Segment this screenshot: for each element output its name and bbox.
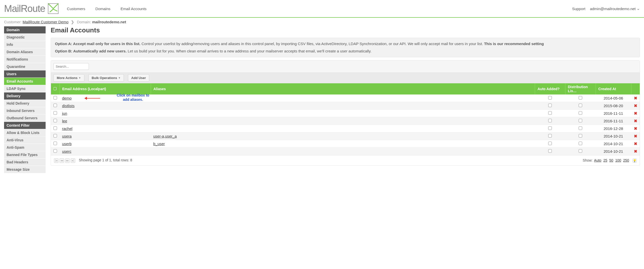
page-size-option[interactable]: 25 [603, 158, 608, 162]
row-checkbox[interactable] [53, 126, 57, 130]
search-input[interactable] [53, 63, 89, 70]
sidebar-item-allow-block-lists[interactable]: Allow & Block Lists [4, 129, 46, 137]
auto-added-checkbox[interactable] [548, 134, 552, 138]
main-content: Email Accounts Option A: Accept mail onl… [51, 26, 640, 166]
row-checkbox[interactable] [53, 134, 57, 138]
sidebar-item-inbound-servers[interactable]: Inbound Servers [4, 107, 46, 114]
row-checkbox[interactable] [53, 149, 57, 153]
distribution-checkbox[interactable] [579, 96, 582, 100]
email-link[interactable]: usera [62, 134, 72, 138]
delete-icon[interactable]: ✖ [634, 149, 637, 153]
logo-envelope-icon [47, 3, 59, 15]
row-checkbox[interactable] [53, 119, 57, 122]
bulk-operations-button[interactable]: Bulk Operations ▼ [88, 74, 124, 82]
pager-next-icon[interactable]: ▸▸ [65, 158, 70, 163]
row-checkbox[interactable] [53, 111, 57, 115]
action-bar: More Actions ▼ Bulk Operations ▼ Add Use… [51, 73, 640, 83]
checkbox-all-icon[interactable] [53, 87, 56, 90]
col-select[interactable] [51, 83, 60, 94]
sidebar-item-quarantine[interactable]: Quarantine [4, 63, 46, 70]
distribution-checkbox[interactable] [579, 104, 582, 107]
distribution-checkbox[interactable] [579, 149, 582, 153]
auto-added-checkbox[interactable] [548, 96, 552, 100]
sidebar-item-notifications[interactable]: Notifications [4, 56, 46, 63]
sidebar-item-diagnostic[interactable]: Diagnostic [4, 34, 46, 41]
email-link[interactable]: distlists [62, 104, 74, 108]
auto-added-checkbox[interactable] [548, 149, 552, 153]
delete-icon[interactable]: ✖ [634, 111, 637, 116]
created-date: 2014-10-21 [596, 140, 631, 148]
email-link[interactable]: rachel [62, 126, 72, 131]
auto-added-checkbox[interactable] [548, 119, 552, 122]
sidebar-item-outbound-servers[interactable]: Outbound Servers [4, 114, 46, 122]
sidebar-item-anti-spam[interactable]: Anti-Spam [4, 144, 46, 151]
distribution-checkbox[interactable] [579, 142, 582, 145]
bulb-icon[interactable]: 💡 [633, 159, 637, 163]
page-size-option[interactable]: 250 [623, 158, 629, 162]
email-link[interactable]: demo [62, 96, 72, 100]
distribution-checkbox[interactable] [579, 119, 582, 122]
sidebar-item-hold-delivery[interactable]: Hold Delivery [4, 100, 46, 107]
top-nav: Customers Domains Email Accounts [67, 7, 146, 11]
row-checkbox[interactable] [53, 104, 57, 107]
user-email: admin@mailroutedemo.net [590, 7, 636, 11]
pager-prev-icon[interactable]: ◂◂ [60, 158, 64, 163]
add-user-button[interactable]: Add User [128, 74, 149, 82]
email-link[interactable]: userb [62, 142, 72, 146]
page-size-option[interactable]: 50 [609, 158, 613, 162]
sidebar-item-info[interactable]: Info [4, 41, 46, 48]
page-size-option[interactable]: 100 [615, 158, 621, 162]
user-menu[interactable]: admin@mailroutedemo.net ⌄ [590, 6, 640, 11]
delete-icon[interactable]: ✖ [634, 104, 637, 108]
nav-email-accounts[interactable]: Email Accounts [121, 7, 147, 11]
sidebar-item-email-accounts[interactable]: Email Accounts [4, 78, 46, 85]
email-link[interactable]: lee [62, 119, 67, 123]
row-checkbox[interactable] [53, 142, 57, 145]
delete-icon[interactable]: ✖ [634, 142, 637, 146]
breadcrumb-customer-link[interactable]: MailRoute Customer Demo [23, 20, 68, 24]
pager-first-icon[interactable]: |◂ [54, 158, 59, 163]
footer-right: Show: Auto 25 50 100 250 💡 [583, 158, 637, 163]
distribution-checkbox[interactable] [579, 111, 582, 115]
sidebar-item-users: Users [4, 70, 46, 78]
auto-added-checkbox[interactable] [548, 104, 552, 107]
col-aliases[interactable]: Aliases [151, 83, 535, 94]
email-link[interactable]: userc [62, 149, 71, 153]
col-auto-added[interactable]: Auto Added? [535, 83, 565, 94]
delete-icon[interactable]: ✖ [634, 134, 637, 138]
delete-icon[interactable]: ✖ [634, 126, 637, 131]
auto-added-checkbox[interactable] [548, 142, 552, 145]
sidebar-item-banned-file-types[interactable]: Banned File Types [4, 151, 46, 159]
nav-customers[interactable]: Customers [67, 7, 85, 11]
sidebar-item-ldap-sync[interactable]: LDAP Sync [4, 85, 46, 92]
alias-link[interactable]: user-a,user_a [153, 134, 177, 138]
created-date: 2016-11-11 [596, 117, 631, 125]
sidebar-item-message-size[interactable]: Message Size [4, 166, 46, 173]
delete-icon[interactable]: ✖ [634, 96, 637, 100]
created-date: 2014-10-21 [596, 148, 631, 155]
col-distribution[interactable]: Distribution Lis… [565, 83, 596, 94]
sidebar-item-bad-headers[interactable]: Bad Headers [4, 159, 46, 166]
sidebar-item-anti-virus[interactable]: Anti-Virus [4, 137, 46, 144]
info-option-a-body: Control your userlist by adding/removing… [141, 42, 484, 46]
auto-added-checkbox[interactable] [548, 126, 552, 130]
page-size-option[interactable]: Auto [594, 158, 601, 162]
delete-icon[interactable]: ✖ [634, 119, 637, 123]
sidebar-item-domain: Domain [4, 26, 46, 34]
sidebar-item-domain-aliases[interactable]: Domain Aliases [4, 48, 46, 56]
pager-last-icon[interactable]: ▸| [71, 158, 75, 163]
distribution-checkbox[interactable] [579, 134, 582, 138]
alias-link[interactable]: b_user [153, 142, 165, 146]
paging-text: Showing page 1 of 1, total rows: 8 [79, 158, 132, 162]
nav-domains[interactable]: Domains [96, 7, 110, 11]
col-created[interactable]: Created At [596, 83, 631, 94]
row-checkbox[interactable] [53, 96, 57, 100]
more-actions-button[interactable]: More Actions ▼ [53, 74, 84, 82]
support-link[interactable]: Support [572, 7, 585, 11]
distribution-checkbox[interactable] [579, 126, 582, 130]
email-link[interactable]: jun [62, 111, 67, 116]
auto-added-checkbox[interactable] [548, 111, 552, 115]
breadcrumb: Customer: MailRoute Customer Demo ❯ Doma… [0, 18, 644, 26]
col-email[interactable]: Email Address (Localpart) [60, 83, 151, 94]
logo[interactable]: MailRoute [4, 3, 59, 15]
